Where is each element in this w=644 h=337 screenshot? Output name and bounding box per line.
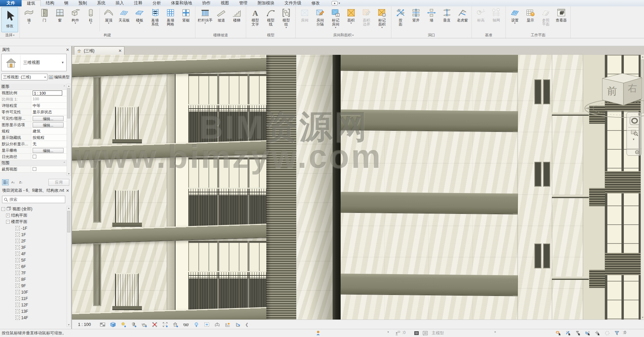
ribbon-button-roof[interactable]: 屋顶▾ [101, 7, 116, 32]
show-crop-region-icon[interactable] [161, 321, 169, 328]
ribbon-button-room-separator[interactable]: 房间 分隔 [312, 7, 328, 32]
ribbon-button-model-text[interactable]: A模型 文字 [248, 7, 263, 32]
scroll-up-icon[interactable]: ▲ [67, 84, 71, 88]
ribbon-button-room-tag[interactable]: 1标记 房间▾ [328, 7, 343, 32]
ribbon-button-dormer-opening[interactable]: 老虎窗 [455, 7, 470, 32]
property-value[interactable]: 按规程 [31, 135, 67, 141]
view-tab-3d[interactable]: {三维} ✕ [74, 46, 124, 55]
ribbon-button-area[interactable]: 面积▾ [343, 7, 359, 32]
close-icon[interactable]: ✕ [638, 113, 640, 116]
tree-node-2[interactable]: −楼层平面 [0, 219, 67, 225]
browser-floor-8f[interactable]: 8F [0, 276, 67, 283]
ribbon-tab-10[interactable]: 视图 [216, 0, 234, 6]
chevron-down-icon[interactable]: ▾ [494, 330, 496, 334]
properties-section-header[interactable]: 范围⌃ [0, 160, 67, 166]
browser-floor-14f[interactable]: 14F [0, 314, 67, 321]
browser-floor-9f[interactable]: 9F [0, 283, 67, 289]
ribbon-button-mullion[interactable]: 竖梃 [178, 7, 194, 32]
unlocked-view-icon[interactable] [172, 321, 180, 328]
close-icon[interactable]: ✕ [118, 48, 122, 53]
ribbon-button-curtain-system[interactable]: 幕墙 系统 [147, 7, 163, 32]
sort-ascending-button[interactable]: A↓ [10, 179, 16, 185]
crop-view-icon[interactable] [151, 321, 159, 328]
render-icon[interactable] [140, 321, 148, 328]
viewcube-right-face[interactable]: 右 [628, 83, 637, 93]
edit-button[interactable]: 编辑... [33, 148, 64, 153]
close-icon[interactable]: ✕ [66, 47, 69, 52]
zoom-button[interactable] [631, 129, 639, 137]
steering-wheel-button[interactable] [630, 116, 640, 125]
tree-node-1[interactable]: +结构平面 [0, 212, 67, 219]
ribbon-button-door[interactable]: 门 [37, 7, 52, 32]
ribbon-button-column[interactable]: 柱▾ [83, 7, 99, 32]
ribbon-button-vertical-opening[interactable]: 垂直 [439, 7, 455, 32]
ribbon-tab-12[interactable]: 附加模块 [253, 0, 279, 6]
ribbon-tab-11[interactable]: 管理 [234, 0, 253, 6]
browser-floor--1f[interactable]: -1F [0, 225, 67, 231]
ribbon-group-label-4[interactable]: 房间和面积▾ [296, 32, 390, 38]
search-input[interactable] [9, 197, 64, 202]
scroll-down-icon[interactable]: ▼ [67, 172, 71, 176]
checkbox[interactable] [33, 167, 36, 171]
ribbon-button-set-plane[interactable]: 设置▾ [507, 7, 523, 32]
edit-button[interactable]: 编辑... [33, 116, 64, 121]
scroll-down-icon[interactable]: ▼ [67, 323, 71, 327]
view-scale-button[interactable]: 1 : 100 [75, 322, 96, 328]
browser-floor-10f[interactable]: 10F [0, 289, 67, 295]
ribbon-button-stair[interactable]: 楼梯 [229, 7, 244, 32]
scroll-down-icon[interactable]: ▼ [641, 315, 644, 320]
property-value[interactable]: 建筑 [31, 128, 67, 134]
temporary-hide-isolate-icon[interactable] [182, 321, 190, 328]
property-value[interactable]: 编辑... [31, 147, 67, 153]
property-value[interactable] [31, 154, 67, 160]
ribbon-button-viewer[interactable]: 查看器 [554, 7, 569, 32]
close-icon[interactable]: ✕ [66, 188, 69, 193]
ribbon-button-railing[interactable]: 栏杆扶手▾ [197, 7, 214, 32]
property-value[interactable]: 编辑... [31, 122, 67, 128]
browser-floor-1f[interactable]: 1F [0, 231, 67, 238]
checkbox[interactable] [33, 155, 36, 158]
ribbon-button-model-line[interactable]: 模型 线 [263, 7, 278, 32]
ribbon-button-show-plane[interactable]: 显示 [523, 7, 538, 32]
chevron-down-icon[interactable]: ▾ [387, 330, 389, 334]
detail-level-icon[interactable] [99, 321, 107, 328]
property-value[interactable] [31, 166, 67, 172]
type-selector[interactable]: 三维视图 ▼ [1, 54, 67, 71]
ribbon-tab-2[interactable]: 钢 [59, 0, 74, 6]
property-value[interactable]: 无 [31, 141, 67, 147]
ribbon-tab-14[interactable]: 修改 [306, 0, 325, 6]
ribbon-tab-6[interactable]: 注释 [129, 0, 148, 6]
property-input[interactable] [33, 90, 62, 96]
browser-floor-13f[interactable]: 13F [0, 308, 67, 314]
browser-floor-5f[interactable]: 5F [0, 257, 67, 263]
scrollbar-thumb[interactable] [67, 211, 70, 232]
ribbon-button-ramp[interactable]: 坡道 [214, 7, 229, 32]
ribbon-tab-7[interactable]: 分析 [148, 0, 166, 6]
ribbon-button-component[interactable]: 构件▾ [68, 7, 83, 32]
ribbon-tab-5[interactable]: 插入 [111, 0, 129, 6]
scroll-up-icon[interactable]: ▲ [67, 206, 71, 210]
ribbon-button-wall[interactable]: 墙▾ [21, 7, 37, 32]
slope-x-select-icon[interactable] [565, 330, 571, 337]
shadows-icon[interactable] [130, 321, 138, 328]
tree-expander-icon[interactable]: + [6, 214, 10, 217]
view-control-collapse-icon[interactable]: ❮ [245, 322, 249, 327]
file-menu-button[interactable]: 文件 [0, 0, 22, 6]
worksets-dialog-icon[interactable] [414, 330, 419, 337]
editing-requests-icon[interactable] [395, 330, 401, 337]
move-select-icon[interactable] [595, 330, 600, 337]
properties-section-header[interactable]: 图形⌃ [0, 84, 67, 90]
sun-path-icon[interactable] [119, 321, 127, 328]
ribbon-button-window[interactable]: 窗 [52, 7, 68, 32]
ribbon-collapse-button[interactable]: ▲ ▾ [330, 0, 342, 6]
tree-expander-icon[interactable]: − [1, 207, 5, 211]
highlight-displacement-sets-icon[interactable] [224, 321, 232, 328]
ribbon-tab-3[interactable]: 预制 [74, 0, 92, 6]
scrollbar-thumb[interactable] [67, 88, 70, 118]
3d-viewport[interactable]: ▲ ▼ BIM资源网 www.bimzyw.com 前 右 ✕ [72, 55, 644, 320]
browser-floor-6f[interactable]: 6F [0, 263, 67, 270]
wall-x-select-icon[interactable] [585, 330, 591, 337]
filter-icon[interactable] [614, 330, 620, 337]
ribbon-button-cursor[interactable]: 修改 [1, 7, 18, 32]
ribbon-tab-9[interactable]: 协作 [197, 0, 216, 6]
